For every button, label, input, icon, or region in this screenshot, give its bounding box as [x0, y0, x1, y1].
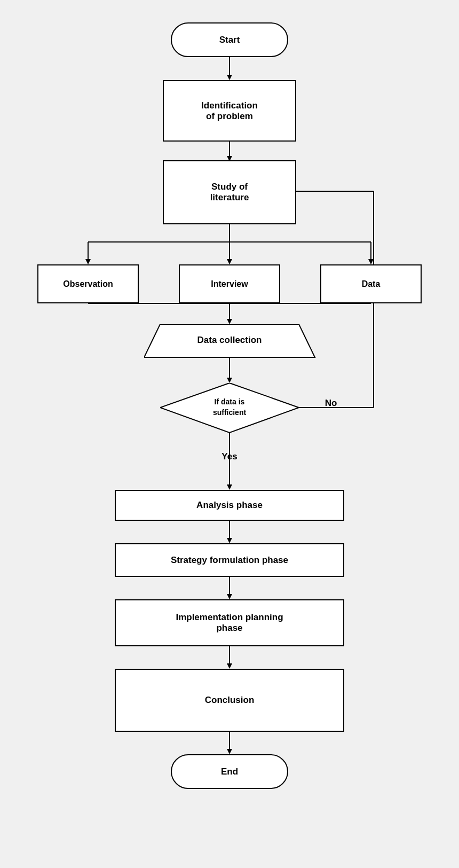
- conclusion-node: Conclusion: [115, 669, 344, 732]
- analysis-node: Analysis phase: [115, 490, 344, 521]
- strategy-label: Strategy formulation phase: [171, 555, 288, 566]
- no-label: No: [315, 395, 347, 411]
- flowchart: Start Identificationof problem Study ofl…: [0, 0, 459, 868]
- svg-marker-11: [368, 259, 374, 264]
- strategy-node: Strategy formulation phase: [115, 543, 344, 577]
- implementation-node: Implementation planningphase: [115, 599, 344, 646]
- conclusion-label: Conclusion: [205, 695, 255, 706]
- data-node: Data: [320, 264, 422, 303]
- end-label: End: [221, 767, 238, 777]
- observation-label: Observation: [63, 279, 113, 289]
- implementation-label: Implementation planningphase: [176, 612, 283, 634]
- data-label: Data: [362, 279, 381, 289]
- start-label: Start: [219, 35, 240, 45]
- svg-text:sufficient: sufficient: [213, 408, 247, 417]
- identification-node: Identificationof problem: [163, 80, 296, 142]
- data-collection-node: Data collection: [144, 324, 315, 357]
- svg-marker-1: [227, 75, 232, 80]
- end-node: End: [171, 754, 288, 789]
- interview-node: Interview: [179, 264, 280, 303]
- svg-text:Data collection: Data collection: [197, 335, 262, 345]
- no-text: No: [325, 398, 337, 409]
- yes-text: Yes: [221, 451, 237, 462]
- identification-label: Identificationof problem: [201, 100, 258, 122]
- svg-text:If data is: If data is: [215, 397, 245, 406]
- interview-label: Interview: [211, 279, 248, 289]
- yes-label: Yes: [208, 449, 251, 465]
- svg-marker-7: [85, 259, 91, 264]
- study-label: Study ofliterature: [210, 182, 249, 203]
- study-node: Study ofliterature: [163, 160, 296, 224]
- observation-node: Observation: [37, 264, 139, 303]
- analysis-label: Analysis phase: [196, 500, 263, 511]
- svg-marker-14: [227, 319, 232, 324]
- diamond-node: If data is sufficient: [160, 383, 299, 433]
- svg-marker-9: [227, 259, 232, 264]
- start-node: Start: [171, 22, 288, 57]
